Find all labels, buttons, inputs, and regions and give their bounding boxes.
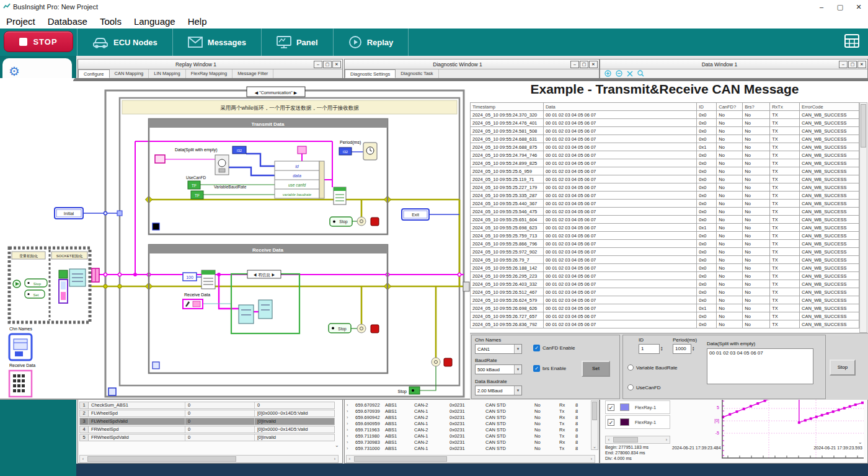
table-row[interactable]: 2024_05_10 09:55:26.698_62600 01 02 03 0…	[471, 304, 859, 312]
replay-hscrollbar[interactable]: ‹ ›	[79, 455, 339, 463]
id-spinner[interactable]: 1 ▲▼	[639, 344, 665, 354]
table-row[interactable]: 2024_05_10 09:55:25.119_7100 01 02 03 04…	[471, 175, 859, 183]
row-expander-icon[interactable]: ›	[347, 402, 355, 408]
checkbox-checked-icon[interactable]: ✓	[608, 404, 614, 411]
spinner-arrows-icon[interactable]: ▲▼	[660, 344, 665, 354]
message-row[interactable]: ›659.690942ABS1CAN-20x0231CAN STDNoRx8	[347, 414, 585, 420]
message-row[interactable]: ›659.670922ABS1CAN-20x0231CAN STDNoRx8	[347, 402, 585, 408]
table-row[interactable]: 2024_05_10 09:55:24.581_50800 01 02 03 0…	[471, 127, 859, 135]
menu-item-help[interactable]: Help	[182, 16, 213, 27]
table-row[interactable]: 2024_05_10 09:55:25.440_36700 01 02 03 0…	[471, 200, 859, 208]
table-row[interactable]: 2024_05_10 09:55:24.476_40100 01 02 03 0…	[471, 119, 859, 127]
table-row[interactable]: 2024_05_10 09:55:24.794_74600 01 02 03 0…	[471, 151, 859, 159]
signal-row[interactable]: 2FLWheelSpd0[0]0x0000~0x14D5:Valid	[79, 410, 335, 417]
canfd-enable-checkbox[interactable]: ✓ CanFD Enable	[533, 345, 575, 351]
usecanfd-checkbox[interactable]: UseCanFD	[627, 384, 661, 390]
table-row[interactable]: 2024_05_10 09:55:26.624_57900 01 02 03 0…	[471, 296, 859, 304]
row-expander-icon[interactable]: ›	[347, 408, 355, 414]
message-row[interactable]: ›659.690959ABS1CAN-10x0231CAN STDNoTx8	[347, 420, 585, 426]
row-expander-icon[interactable]: ›	[347, 415, 355, 420]
scrollbar-thumb[interactable]	[87, 456, 236, 462]
scroll-down-icon[interactable]: ⌄	[858, 439, 862, 445]
scroll-left-icon[interactable]: ‹	[606, 438, 612, 442]
table-row[interactable]: 2024_05_10 09:55:25.6_95900 01 02 03 04 …	[471, 167, 859, 175]
scrollbar-thumb[interactable]	[354, 456, 447, 462]
table-row[interactable]: 2024_05_10 09:55:26.403_33200 01 02 03 0…	[471, 280, 859, 288]
toolbar-button-ecu-nodes[interactable]: ECU Nodes	[78, 29, 173, 56]
table-row[interactable]: 2024_05_10 09:55:26.295_22300 01 02 03 0…	[471, 272, 859, 280]
brs-enable-checkbox[interactable]: ✓ brs Enable	[533, 365, 566, 372]
scrollbar-thumb[interactable]	[861, 104, 866, 148]
close-icon[interactable]: ✕	[589, 61, 598, 68]
scrollbar-thumb[interactable]	[592, 402, 597, 420]
table-row[interactable]: 2024_05_10 09:55:25.698_62300 01 02 03 0…	[471, 224, 859, 232]
message-row[interactable]: ›659.670939ABS1CAN-10x0231CAN STDNoTx8	[347, 408, 585, 414]
stop-button[interactable]: STOP	[4, 31, 73, 52]
table-row[interactable]: 2024_05_10 09:55:26.512_46700 01 02 03 0…	[471, 288, 859, 296]
set-button[interactable]: Set	[582, 361, 610, 377]
grid-view-icon[interactable]	[844, 34, 859, 50]
toolbar-button-messages[interactable]: Messages	[173, 29, 262, 56]
message-row[interactable]: ›659.730983ABS1CAN-20x0231CAN STDNoRx8	[347, 439, 585, 445]
row-expander-icon[interactable]: ›	[347, 421, 355, 426]
table-row[interactable]: 2024_05_10 09:55:24.899_82500 01 02 03 0…	[471, 159, 859, 167]
data-baudrate-dropdown[interactable]: 2.00 MBaud▼	[475, 386, 522, 395]
tab-lin-mapping[interactable]: LIN Mapping	[149, 69, 186, 78]
table-vscrollbar[interactable]	[859, 102, 867, 333]
minimize-icon[interactable]: –	[570, 61, 579, 68]
scroll-right-icon[interactable]: ›	[332, 457, 338, 461]
close-icon[interactable]: ✕	[332, 61, 341, 68]
scroll-down-icon[interactable]: ⌄	[335, 443, 339, 448]
menu-item-language[interactable]: Language	[128, 16, 182, 27]
table-row[interactable]: 2024_05_10 09:55:24.370_32000 01 02 03 0…	[471, 111, 859, 119]
message-row[interactable]: ›659.711963ABS1CAN-20x0231CAN STDNoRx8	[347, 426, 585, 433]
diagnostic-vscrollbar[interactable]: ⌄	[591, 400, 598, 450]
row-expander-icon[interactable]: ›	[347, 446, 355, 451]
variable-baudrate-checkbox[interactable]: Variable BaudRate	[627, 364, 678, 371]
table-row[interactable]: 2024_05_10 09:55:26.188_14200 01 02 03 0…	[471, 264, 859, 272]
chn-names-dropdown[interactable]: CAN1▼	[475, 344, 522, 354]
toolbar-button-panel[interactable]: Panel	[262, 29, 334, 56]
message-row[interactable]: ›659.731000ABS1CAN-10x0231CAN STDNoTx8	[347, 445, 585, 451]
minimize-icon[interactable]: –	[812, 3, 831, 11]
tab-configure[interactable]: Configure	[78, 69, 110, 78]
maximize-icon[interactable]: ▢	[848, 61, 857, 68]
data-bytes-input[interactable]: 00 01 02 03 04 05 06 07	[707, 348, 813, 384]
table-row[interactable]: 2024_05_10 09:55:26.727_65700 01 02 03 0…	[471, 312, 859, 320]
close-icon[interactable]: ✕	[849, 3, 868, 11]
scroll-left-icon[interactable]: ‹	[347, 457, 353, 461]
toolbar-button-replay[interactable]: Replay	[334, 29, 409, 56]
period-spinner[interactable]: 1000 ▲▼	[673, 344, 697, 354]
table-row[interactable]: 2024_05_10 09:55:26.79_700 01 02 03 04 0…	[471, 256, 859, 264]
menu-item-database[interactable]: Database	[42, 16, 94, 27]
menu-item-tools[interactable]: Tools	[94, 16, 128, 27]
table-row[interactable]: 2024_05_10 09:55:25.227_17900 01 02 03 0…	[471, 183, 859, 192]
signal-row[interactable]: 1CheckSum_ABS100	[79, 402, 335, 409]
tab-can-mapping[interactable]: CAN Mapping	[110, 69, 149, 78]
table-row[interactable]: 2024_05_10 09:55:24.688_63100 01 02 03 0…	[471, 135, 859, 143]
diagnostic-window-titlebar[interactable]: Diagnostic Window 1 – ▢ ✕	[345, 60, 599, 69]
tab-flexray-mapping[interactable]: FlexRay Mapping	[186, 69, 232, 78]
table-row[interactable]: 2024_05_10 09:55:25.866_79600 01 02 03 0…	[471, 240, 859, 248]
message-row[interactable]: ›659.711980ABS1CAN-10x0231CAN STDNoTx8	[347, 433, 585, 439]
signal-row[interactable]: 3FLWheelSpdValid0[0]Invalid	[79, 418, 335, 425]
minimize-icon[interactable]: –	[314, 61, 322, 68]
table-row[interactable]: 2024_05_10 09:55:26.836_79200 01 02 03 0…	[471, 320, 859, 328]
spinner-arrows-icon[interactable]: ▲▼	[691, 344, 697, 354]
table-row[interactable]: 2024_05_10 09:55:25.546_47500 01 02 03 0…	[471, 208, 859, 216]
signal-row[interactable]: 5FRWheelSpdValid0[0]Invalid	[79, 434, 335, 441]
maximize-icon[interactable]: ▢	[831, 3, 849, 11]
legend-hscrollbar[interactable]: ‹ ›	[605, 436, 670, 444]
baudrate-dropdown[interactable]: 500 kBaud▼	[475, 364, 522, 374]
menu-item-project[interactable]: Project	[0, 16, 42, 27]
table-row[interactable]: 2024_05_10 09:55:25.335_28700 01 02 03 0…	[471, 192, 859, 200]
signal-row[interactable]: 4FRWheelSpd0[0]0x0000~0x14D5:Valid	[79, 426, 335, 433]
table-row[interactable]: 2024_05_10 09:55:25.972_90200 01 02 03 0…	[471, 248, 859, 256]
checkbox-checked-icon[interactable]: ✓	[608, 419, 614, 426]
scroll-down-icon[interactable]: ⌄	[593, 444, 596, 449]
minimize-icon[interactable]: –	[839, 61, 848, 68]
table-row[interactable]: 2024_05_10 09:55:24.688_87500 01 02 03 0…	[471, 143, 859, 151]
diagnostic-hscrollbar[interactable]: ‹ ›	[346, 455, 595, 463]
tab-diagnostic-settings[interactable]: Diagnostic Settings	[345, 69, 396, 78]
table-row[interactable]: 2024_05_10 09:55:25.651_60400 01 02 03 0…	[471, 216, 859, 224]
